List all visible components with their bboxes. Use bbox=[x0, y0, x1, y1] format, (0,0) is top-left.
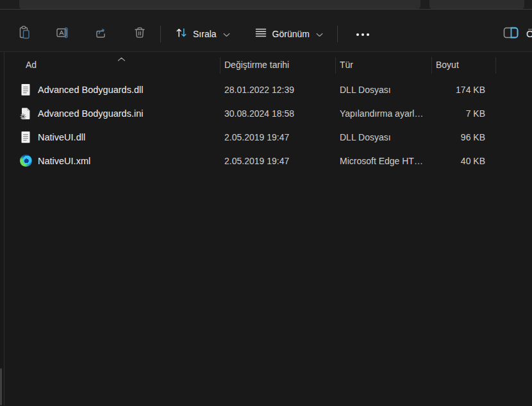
rename-icon bbox=[56, 26, 70, 42]
more-options-button[interactable] bbox=[352, 22, 374, 46]
file-row[interactable]: Advanced Bodyguards.dll 28.01.2022 12:39… bbox=[5, 78, 532, 101]
file-name-cell: Advanced Bodyguards.dll bbox=[5, 83, 220, 96]
file-name: NativeUI.dll bbox=[38, 132, 85, 142]
file-row[interactable]: NativeUI.xml 2.05.2019 19:47 Microsoft E… bbox=[5, 149, 532, 173]
share-icon bbox=[94, 26, 108, 42]
column-resize-handle[interactable] bbox=[431, 57, 432, 74]
paste-icon bbox=[18, 26, 31, 42]
file-type: Yapılandırma ayarl… bbox=[335, 108, 431, 119]
divider bbox=[0, 9, 532, 10]
file-name: Advanced Bodyguards.dll bbox=[38, 85, 143, 95]
column-header-name[interactable]: Ad bbox=[5, 52, 220, 78]
view-button-label: Görünüm bbox=[272, 29, 310, 39]
delete-button[interactable] bbox=[127, 22, 153, 46]
column-header-modified[interactable]: Değiştirme tarihi bbox=[220, 52, 335, 78]
file-name-cell: Advanced Bodyguards.ini bbox=[5, 107, 220, 120]
address-bar[interactable] bbox=[19, 0, 420, 10]
file-modified-date: 2.05.2019 19:47 bbox=[220, 156, 335, 166]
view-icon bbox=[254, 26, 267, 41]
file-type: DLL Dosyası bbox=[335, 132, 431, 142]
file-type: Microsoft Edge HT… bbox=[335, 156, 431, 166]
file-size: 7 KB bbox=[431, 108, 495, 119]
settings-document-icon bbox=[19, 107, 32, 120]
column-resize-handle[interactable] bbox=[220, 57, 220, 74]
chevron-down-icon bbox=[223, 29, 230, 39]
search-box[interactable] bbox=[429, 0, 524, 10]
chevron-down-icon bbox=[316, 29, 323, 39]
file-explorer-window: Sırala Görünüm bbox=[0, 0, 532, 406]
file-modified-date: 28.01.2022 12:39 bbox=[220, 85, 335, 95]
details-pane-icon bbox=[503, 26, 519, 41]
file-size: 96 KB bbox=[431, 132, 495, 142]
column-header-type[interactable]: Tür bbox=[335, 52, 431, 78]
sort-button-label: Sırala bbox=[193, 29, 217, 39]
command-bar: Sırala Görünüm bbox=[0, 10, 532, 52]
document-icon bbox=[19, 131, 32, 144]
details-pane-label-clipped: Ö bbox=[526, 28, 532, 39]
address-bar-row bbox=[0, 0, 532, 10]
sort-ascending-icon bbox=[117, 53, 126, 63]
file-row[interactable]: Advanced Bodyguards.ini 30.08.2024 18:58… bbox=[5, 101, 532, 125]
column-header-row: Ad Değiştirme tarihi Tür Boyut bbox=[5, 52, 532, 78]
rename-button[interactable] bbox=[50, 22, 76, 46]
share-button[interactable] bbox=[88, 22, 114, 46]
column-header-size[interactable]: Boyut bbox=[431, 52, 495, 78]
nav-pane-edge bbox=[0, 52, 4, 405]
file-name-cell: NativeUI.dll bbox=[5, 131, 220, 144]
nav-pane-scrollbar[interactable] bbox=[0, 368, 2, 405]
sort-icon bbox=[175, 26, 188, 41]
more-options-icon bbox=[356, 29, 370, 38]
file-modified-date: 2.05.2019 19:47 bbox=[220, 132, 335, 142]
toolbar-separator bbox=[337, 26, 338, 42]
file-name-cell: NativeUI.xml bbox=[5, 155, 220, 167]
file-name: Advanced Bodyguards.ini bbox=[38, 108, 143, 119]
file-type: DLL Dosyası bbox=[335, 85, 431, 95]
file-list-area: Ad Değiştirme tarihi Tür Boyut Adva bbox=[0, 52, 532, 405]
file-modified-date: 30.08.2024 18:58 bbox=[220, 108, 335, 119]
file-row[interactable]: NativeUI.dll 2.05.2019 19:47 DLL Dosyası… bbox=[5, 125, 532, 149]
document-icon bbox=[19, 83, 32, 96]
column-resize-handle[interactable] bbox=[335, 57, 336, 74]
file-size: 174 KB bbox=[431, 85, 495, 95]
file-name: NativeUI.xml bbox=[38, 156, 90, 166]
details-pane-button[interactable] bbox=[498, 22, 524, 46]
view-button[interactable]: Görünüm bbox=[248, 22, 329, 46]
file-size: 40 KB bbox=[431, 156, 495, 166]
trash-icon bbox=[133, 26, 147, 42]
file-rows: Advanced Bodyguards.dll 28.01.2022 12:39… bbox=[5, 78, 532, 173]
sort-button[interactable]: Sırala bbox=[169, 22, 237, 46]
edge-logo-icon bbox=[19, 155, 32, 167]
paste-button[interactable] bbox=[12, 22, 37, 46]
column-resize-handle[interactable] bbox=[495, 57, 496, 74]
toolbar-separator bbox=[160, 26, 161, 42]
